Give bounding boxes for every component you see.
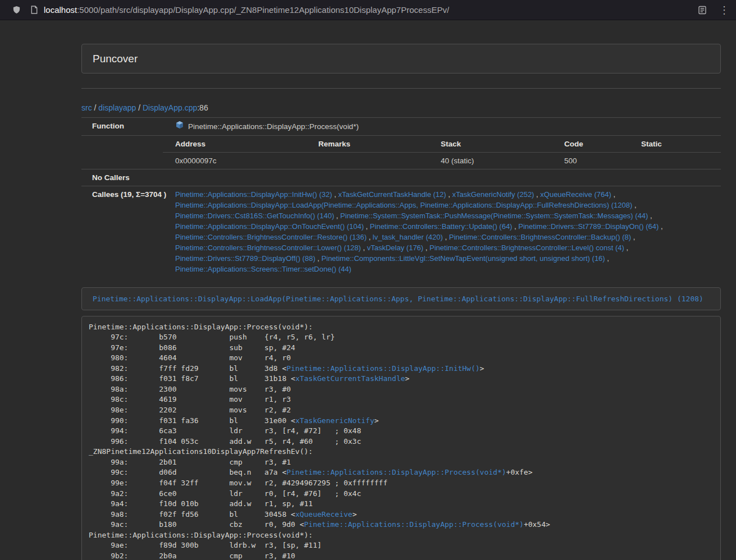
metrics-table: Address Remarks Stack Code Static 0x0000… (163, 136, 721, 169)
callee-link[interactable]: Pinetime::Controllers::BrightnessControl… (429, 244, 624, 252)
no-callers-row: No Callers (81, 169, 721, 186)
callee-link[interactable]: Pinetime::Drivers::Cst816S::GetTouchInfo… (175, 212, 334, 220)
page-header: Puncover (81, 44, 721, 74)
callee-link[interactable]: Pinetime::Components::LittleVgl::SetNewT… (322, 254, 605, 263)
disassembly-symbol-link[interactable]: xTaskGetCurrentTaskHandle (295, 374, 405, 383)
callee-link[interactable]: lv_task_handler (420) (373, 233, 443, 241)
callee-separator: , (443, 233, 449, 241)
callee-link[interactable]: Pinetime::System::SystemTask::PushMessag… (340, 212, 648, 220)
no-callers-label: No Callers (81, 169, 163, 186)
callees-row: Callees (19, Σ=3704 ) Pinetime::Applicat… (81, 186, 721, 278)
callee-separator: , (367, 233, 373, 241)
callee-link[interactable]: Pinetime::Controllers::BrightnessControl… (175, 244, 361, 252)
symbol-table: Function Pinetime::Applications::Display… (81, 117, 721, 277)
callee-separator: , (632, 201, 636, 209)
column-header-address: Address (163, 136, 318, 153)
callee-separator: , (648, 212, 652, 220)
callee-link[interactable]: Pinetime::Applications::DisplayApp::OnTo… (175, 222, 364, 231)
callee-link[interactable]: Pinetime::Controllers::Battery::Update()… (370, 222, 513, 231)
callee-separator: , (659, 222, 662, 231)
callee-link[interactable]: xQueueReceive (764) (540, 190, 611, 199)
callee-separator: , (512, 222, 518, 231)
breadcrumb-separator: / (136, 103, 143, 112)
callee-link[interactable]: vTaskDelay (176) (367, 244, 423, 252)
callee-separator: , (316, 254, 322, 263)
callee-link[interactable]: xTaskGenericNotify (252) (452, 190, 534, 199)
column-header-static: Static (641, 136, 721, 153)
callees-label: Callees (19, Σ=3704 ) (81, 186, 163, 278)
disassembly-symbol-link[interactable]: Pinetime::Applications::DisplayApp::Proc… (304, 520, 524, 529)
breadcrumb-separator: / (92, 103, 99, 112)
callee-link[interactable]: Pinetime::Applications::DisplayApp::Init… (175, 190, 332, 199)
no-callers-value (163, 169, 721, 186)
breadcrumb-link[interactable]: displayapp (98, 103, 136, 112)
url-path: :5000/path/src/displayapp/DisplayApp.cpp… (77, 5, 449, 15)
shield-icon[interactable] (12, 6, 21, 14)
callee-separator: , (534, 190, 540, 199)
remarks-value (318, 153, 441, 169)
callee-link[interactable]: Pinetime::Controllers::BrightnessControl… (449, 233, 631, 241)
reader-view-icon[interactable] (698, 6, 707, 15)
callee-separator: , (624, 244, 628, 252)
callee-link[interactable]: Pinetime::Controllers::BrightnessControl… (175, 233, 367, 241)
disassembly-symbol-link[interactable]: Pinetime::Applications::DisplayApp::Proc… (286, 468, 506, 476)
column-header-code: Code (564, 136, 641, 153)
page-info-icon[interactable] (30, 6, 38, 14)
url-host: localhost (44, 5, 77, 15)
disassembly-symbol-link[interactable]: xQueueReceive (295, 510, 353, 518)
callees-list: Pinetime::Applications::DisplayApp::Init… (163, 186, 721, 278)
function-name: Pinetime::Applications::DisplayApp::Proc… (188, 121, 359, 132)
disassembly: Pinetime::Applications::DisplayApp::Proc… (81, 316, 721, 560)
column-header-stack: Stack (441, 136, 564, 153)
callee-separator: , (334, 212, 340, 220)
callee-separator: , (605, 254, 609, 263)
callee-separator: , (611, 190, 615, 199)
divider (81, 88, 721, 89)
kebab-menu-icon[interactable]: ⋮ (720, 5, 728, 15)
callee-separator: , (446, 190, 452, 199)
breadcrumb: src / displayapp / DisplayApp.cpp:86 (81, 102, 721, 113)
breadcrumb-link[interactable]: DisplayApp.cpp (143, 103, 197, 112)
callee-link[interactable]: Pinetime::Drivers::St7789::DisplayOn() (… (518, 222, 659, 231)
static-value (641, 153, 721, 169)
symbol-panel: Pinetime::Applications::DisplayApp::Load… (81, 287, 721, 310)
url-bar[interactable]: localhost:5000/path/src/displayapp/Displ… (44, 5, 449, 15)
callee-separator: , (364, 222, 370, 231)
metrics-row: Address Remarks Stack Code Static 0x0000… (81, 136, 721, 169)
callee-separator: , (631, 233, 635, 241)
disassembly-symbol-link[interactable]: xTaskGenericNotify (295, 416, 374, 425)
callee-link[interactable]: Pinetime::Applications::DisplayApp::Load… (175, 201, 632, 209)
callee-link[interactable]: Pinetime::Applications::Screens::Timer::… (175, 265, 351, 273)
page-title: Puncover (93, 53, 710, 65)
code-value: 500 (564, 153, 641, 169)
page-content: Puncover src / displayapp / DisplayApp.c… (81, 44, 721, 560)
breadcrumb-link[interactable]: src (81, 103, 92, 112)
symbol-panel-link[interactable]: Pinetime::Applications::DisplayApp::Load… (93, 295, 703, 303)
function-row-label: Function (81, 118, 163, 136)
metrics-row-spacer (81, 136, 163, 169)
column-header-remarks: Remarks (318, 136, 441, 153)
callee-link[interactable]: xTaskGetCurrentTaskHandle (12) (338, 190, 446, 199)
callee-separator: , (423, 244, 429, 252)
breadcrumb-line-number: :86 (197, 103, 208, 112)
callee-link[interactable]: Pinetime::Drivers::St7789::DisplayOff() … (175, 254, 316, 263)
callee-separator: , (332, 190, 339, 199)
callee-separator: , (361, 244, 367, 252)
disassembly-symbol-link[interactable]: Pinetime::Applications::DisplayApp::Init… (286, 364, 479, 373)
address-value: 0x0000097c (163, 153, 318, 169)
browser-toolbar: localhost:5000/path/src/displayapp/Displ… (0, 0, 736, 20)
function-type-icon (175, 121, 184, 132)
stack-value: 40 (static) (441, 153, 564, 169)
function-row: Function Pinetime::Applications::Display… (81, 118, 721, 136)
